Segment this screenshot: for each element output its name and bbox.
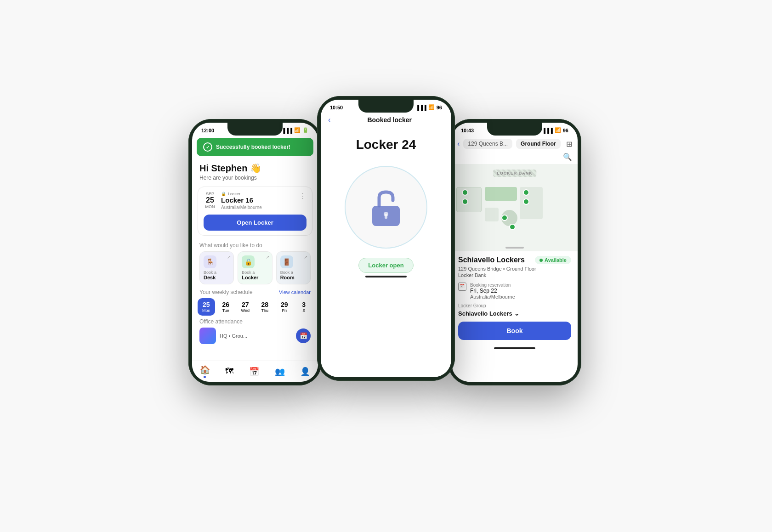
booking-info-row: 📅 Booking reservation Fri, Sep 22 Austra… <box>458 283 571 300</box>
signal-icon: ▐▐▐ <box>282 128 292 133</box>
success-text: Successfully booked locker! <box>216 144 290 150</box>
locker-action-icon: 🔒 <box>242 255 255 268</box>
right-status-icons: ▐▐▐ 📶 96 <box>542 127 568 133</box>
attendance-location: HQ • Grou... <box>220 333 247 339</box>
book-room-card[interactable]: ↗ 🚪 Book a Room <box>276 251 311 284</box>
right-back-button[interactable]: ‹ <box>457 140 460 148</box>
calendar-days: 25 Mon 26 Tue 27 Wed 28 Thu 29 Fri <box>192 298 318 316</box>
cal-day-name-27: Wed <box>241 308 250 313</box>
center-signal-icon: ▐▐▐ <box>415 105 426 110</box>
booking-name: Locker 16 <box>221 196 299 204</box>
map-area: LOCKER BANK <box>452 164 578 251</box>
map-dot-3 <box>523 189 529 196</box>
map-block-small <box>485 208 499 221</box>
cal-day-27[interactable]: 27 Wed <box>237 298 254 316</box>
book-room-small: Book a <box>280 270 307 275</box>
cal-day-num-26: 26 <box>222 301 229 308</box>
nav-home[interactable]: 🏠 <box>200 365 210 378</box>
map-dot-6 <box>509 224 516 230</box>
cal-day-name-26: Tue <box>222 308 229 313</box>
people-icon: 👥 <box>275 367 285 377</box>
check-icon: ✓ <box>203 142 212 152</box>
cal-day-29[interactable]: 29 Fri <box>276 298 293 316</box>
booking-reservation-label: Booking reservation <box>470 283 515 288</box>
center-home-indicator <box>365 276 407 277</box>
right-signal-icon: ▐▐▐ <box>542 128 552 133</box>
battery-icon: 🔋 <box>302 127 309 133</box>
map-desk-green <box>485 187 517 201</box>
cal-day-num-25: 25 <box>203 301 210 308</box>
cal-day-name-29: Fri <box>282 308 287 313</box>
book-locker-main: Locker <box>242 275 268 280</box>
locker-name-row: Schiavello Lockers Available <box>458 256 571 264</box>
left-notch <box>227 123 283 136</box>
locker-number: Locker 24 <box>321 128 451 166</box>
book-button[interactable]: Book <box>458 322 571 340</box>
cal-day-3[interactable]: 3 S <box>295 298 313 316</box>
booking-date: Fri, Sep 22 <box>470 288 515 294</box>
center-phone-screen: 10:50 ▐▐▐ 📶 96 ‹ Booked locker Locker 24 <box>321 100 451 377</box>
success-banner: ✓ Successfully booked locker! <box>197 138 313 156</box>
right-notch <box>487 123 542 136</box>
cal-day-25[interactable]: 25 Mon <box>198 298 215 316</box>
mini-calendar-icon: 📅 <box>458 283 466 291</box>
profile-icon: 👤 <box>300 367 310 377</box>
locker-bank-label: LOCKER BANK <box>493 170 536 177</box>
calendar-icon: 📅 <box>249 367 259 377</box>
nav-calendar[interactable]: 📅 <box>249 367 259 377</box>
quick-actions: ↗ 🪑 Book a Desk ↗ 🔒 Book a Locker ↗ 🚪 Bo… <box>192 251 318 284</box>
attendance-section: Office attendance HQ • Grou... 📅 <box>192 316 318 347</box>
room-icon: 🚪 <box>280 255 293 268</box>
layers-icon[interactable]: ⊞ <box>566 140 572 148</box>
center-header: ‹ Booked locker <box>321 112 451 128</box>
book-desk-small: Book a <box>204 270 230 275</box>
available-label: Available <box>545 257 567 263</box>
unlock-icon <box>365 187 407 228</box>
center-time: 10:50 <box>330 105 343 110</box>
locker-icon: 🔒 <box>221 192 226 196</box>
cal-day-num-28: 28 <box>261 301 268 308</box>
locker-circle <box>345 166 427 249</box>
nav-map[interactable]: 🗺 <box>225 367 233 376</box>
left-phone: 12:00 ▐▐▐ 📶 🔋 ✓ Successfully booked lock… <box>188 119 322 385</box>
center-back-button[interactable]: ‹ <box>328 116 330 124</box>
right-wifi-icon: 📶 <box>555 127 561 133</box>
open-locker-button[interactable]: Open Locker <box>204 215 307 231</box>
nav-profile[interactable]: 👤 <box>300 367 310 377</box>
cal-day-name-28: Thu <box>261 308 268 313</box>
cal-day-name-3: S <box>302 308 305 313</box>
right-battery-icon: 96 <box>563 128 568 133</box>
book-locker-card[interactable]: ↗ 🔒 Book a Locker <box>238 251 272 284</box>
locker-open-center: Locker open <box>321 258 451 273</box>
right-info-panel: Schiavello Lockers Available 129 Queens … <box>452 251 578 345</box>
attendance-badge: 📅 <box>296 328 311 343</box>
booking-month: SEP <box>206 192 214 196</box>
cal-day-28[interactable]: 28 Thu <box>256 298 274 316</box>
book-desk-card[interactable]: ↗ 🪑 Book a Desk <box>199 251 234 284</box>
schedule-title: Your weekly schedule <box>199 289 253 295</box>
cal-day-num-29: 29 <box>281 301 288 308</box>
cal-day-name-25: Mon <box>202 308 210 313</box>
right-search-icon[interactable]: 🔍 <box>563 153 572 161</box>
what-section-title: What would you like to do <box>192 238 318 251</box>
center-battery-icon: 96 <box>437 105 442 110</box>
nav-people[interactable]: 👥 <box>275 367 285 377</box>
center-phone: 10:50 ▐▐▐ 📶 96 ‹ Booked locker Locker 24 <box>317 96 455 381</box>
view-calendar-link[interactable]: View calendar <box>279 289 311 295</box>
right-search-row: 🔍 <box>452 153 578 164</box>
greeting-sub: Here are your bookings <box>192 175 318 185</box>
booking-location: Australia/Melbourne <box>221 205 299 210</box>
right-floor[interactable]: Ground Floor <box>516 139 561 149</box>
right-home-indicator <box>494 347 535 349</box>
locker-address: 129 Queens Bridge • Ground Floor <box>458 266 571 272</box>
cal-day-26[interactable]: 26 Tue <box>217 298 235 316</box>
booking-tz: Australia/Melbourne <box>470 294 515 300</box>
wifi-icon: 📶 <box>294 127 301 133</box>
more-icon[interactable]: ⋮ <box>299 192 307 200</box>
booking-reservation-info: Booking reservation Fri, Sep 22 Australi… <box>470 283 515 300</box>
locker-group-select[interactable]: Schiavello Lockers ⌄ <box>458 310 571 317</box>
available-badge: Available <box>535 256 571 264</box>
map-dot-5 <box>501 215 508 221</box>
center-wifi-icon: 📶 <box>428 104 435 110</box>
greeting-text: Hi Stephen 👋 <box>192 159 318 175</box>
